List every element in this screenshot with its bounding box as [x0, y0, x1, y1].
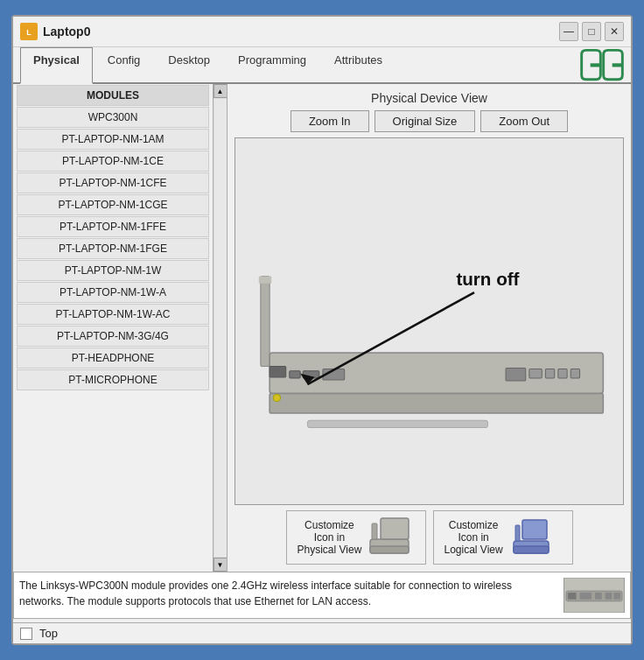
svg-rect-36 [606, 593, 612, 600]
device-image-area: turn off [234, 137, 624, 505]
scroll-down-arrow[interactable]: ▼ [214, 558, 228, 572]
module-item[interactable]: WPC300N [17, 107, 209, 128]
module-item[interactable]: PT-LAPTOP-NM-1AM [17, 129, 209, 150]
zoom-controls: Zoom In Original Size Zoom Out [234, 110, 624, 132]
svg-rect-8 [270, 393, 603, 413]
maximize-button[interactable]: □ [582, 22, 601, 41]
svg-rect-9 [270, 367, 286, 377]
zoom-in-button[interactable]: Zoom In [290, 110, 369, 132]
close-button[interactable]: ✕ [605, 22, 624, 41]
tab-bar: Physical Config Desktop Programming Attr… [13, 47, 631, 84]
original-size-button[interactable]: Original Size [374, 110, 476, 132]
customize-physical-icon [368, 516, 410, 558]
right-panel: Physical Device View Zoom In Original Si… [228, 84, 631, 572]
title-bar-left: L Laptop0 [20, 23, 90, 40]
customize-logical-box[interactable]: CustomizeIcon inLogical View [433, 510, 573, 565]
svg-rect-29 [515, 525, 520, 541]
svg-rect-30 [522, 520, 547, 539]
customize-physical-label: CustomizeIcon inPhysical View [298, 519, 362, 556]
zoom-out-button[interactable]: Zoom Out [480, 110, 568, 132]
svg-rect-26 [381, 518, 409, 539]
module-item[interactable]: PT-LAPTOP-NM-3G/4G [17, 326, 209, 347]
customize-logical-label: CustomizeIcon inLogical View [444, 519, 503, 556]
minimize-button[interactable]: — [559, 22, 578, 41]
svg-rect-6 [259, 276, 271, 283]
customize-row: CustomizeIcon inPhysical View CustomizeI… [234, 510, 624, 565]
title-bar: L Laptop0 — □ ✕ [13, 17, 631, 47]
tab-config[interactable]: Config [94, 47, 154, 82]
module-item[interactable]: MODULES [17, 85, 209, 106]
top-label: Top [39, 627, 58, 640]
module-item[interactable]: PT-LAPTOP-NM-1CGE [17, 194, 209, 215]
svg-rect-14 [506, 369, 526, 381]
svg-rect-3 [612, 63, 623, 67]
svg-rect-18 [570, 369, 579, 378]
module-item[interactable]: PT-LAPTOP-NM-1W [17, 260, 209, 281]
svg-rect-15 [529, 369, 542, 378]
top-checkbox[interactable] [20, 628, 32, 640]
module-item[interactable]: PT-MICROPHONE [17, 369, 209, 390]
bottom-bar: Top [13, 622, 631, 643]
module-description: The Linksys-WPC300N module provides one … [19, 579, 512, 607]
module-item[interactable]: PT-LAPTOP-NM-1CFE [17, 172, 209, 193]
svg-rect-17 [558, 369, 567, 378]
svg-text:L: L [26, 28, 32, 37]
scroll-up-arrow[interactable]: ▲ [214, 84, 228, 98]
geeks-logo [580, 47, 624, 82]
svg-rect-16 [545, 369, 554, 378]
module-item[interactable]: PT-LAPTOP-NM-1W-AC [17, 304, 209, 325]
module-item[interactable]: PT-HEADPHONE [17, 348, 209, 369]
left-panel: MODULESWPC300NPT-LAPTOP-NM-1AMPT-LAPTOP-… [13, 84, 228, 572]
module-item[interactable]: PT-LAPTOP-NM-1W-A [17, 282, 209, 303]
title-controls: — □ ✕ [559, 22, 624, 41]
module-list: MODULESWPC300NPT-LAPTOP-NM-1AMPT-LAPTOP-… [13, 84, 213, 572]
device-view-title: Physical Device View [234, 91, 624, 105]
svg-point-13 [273, 394, 280, 401]
tab-physical[interactable]: Physical [20, 47, 93, 84]
customize-physical-box[interactable]: CustomizeIcon inPhysical View [286, 510, 426, 565]
tab-programming[interactable]: Programming [225, 47, 319, 82]
svg-rect-33 [568, 593, 577, 600]
info-area: The Linksys-WPC300N module provides one … [13, 572, 631, 619]
svg-rect-10 [290, 371, 300, 378]
main-window: L Laptop0 — □ ✕ Physical Config Desktop … [11, 15, 633, 645]
tab-desktop[interactable]: Desktop [155, 47, 223, 82]
module-list-container: MODULESWPC300NPT-LAPTOP-NM-1AMPT-LAPTOP-… [13, 84, 227, 572]
window-title: Laptop0 [43, 25, 90, 39]
module-item[interactable]: PT-LAPTOP-NM-1FFE [17, 216, 209, 237]
scrollbar-vertical[interactable]: ▲ ▼ [213, 84, 227, 572]
svg-rect-24 [370, 546, 409, 553]
module-item[interactable]: PT-LAPTOP-NM-1CE [17, 151, 209, 172]
svg-rect-5 [261, 276, 270, 366]
svg-text:turn off: turn off [456, 269, 519, 289]
scroll-track [214, 99, 227, 557]
module-item[interactable]: PT-LAPTOP-NM-1FGE [17, 238, 209, 259]
svg-rect-19 [307, 420, 487, 427]
app-icon: L [20, 23, 38, 40]
main-content: MODULESWPC300NPT-LAPTOP-NM-1AMPT-LAPTOP-… [13, 84, 631, 572]
customize-logical-icon [510, 516, 552, 558]
svg-rect-28 [514, 546, 549, 553]
module-image-thumbnail [564, 578, 625, 613]
svg-rect-34 [579, 593, 592, 600]
svg-rect-2 [591, 63, 601, 67]
svg-rect-25 [372, 523, 377, 539]
tab-attributes[interactable]: Attributes [321, 47, 396, 82]
svg-rect-35 [595, 593, 602, 600]
svg-rect-37 [613, 593, 620, 600]
